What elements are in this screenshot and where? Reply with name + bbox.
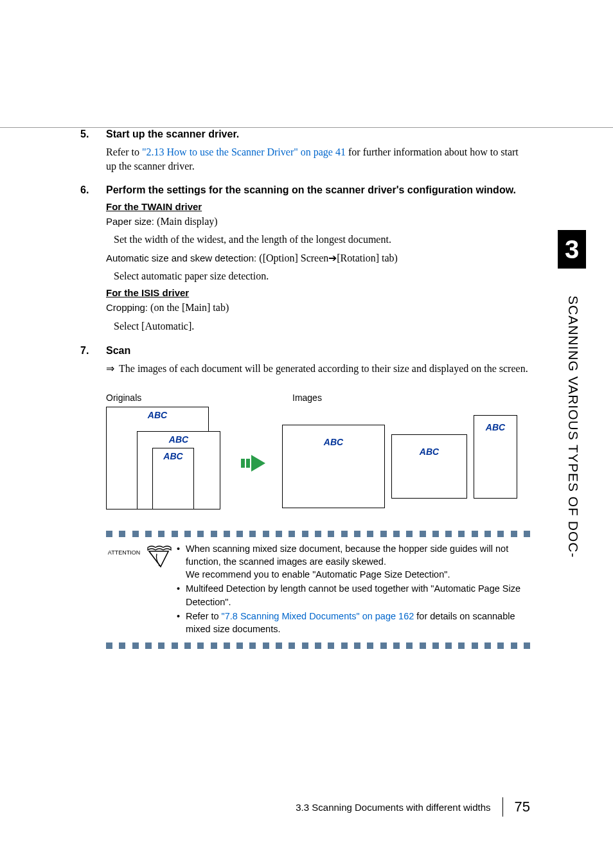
side-chapter-title: SCANNING VARIOUS TYPES OF DOC- — [565, 296, 581, 558]
abc-label: ABC — [138, 434, 220, 445]
param-desc: Set the width of the widest, and the len… — [114, 233, 530, 247]
step-title: Start up the scanner driver. — [106, 128, 530, 140]
abc-label: ABC — [283, 437, 384, 447]
step-title: Perform the settings for the scanning on… — [106, 184, 530, 196]
result-text: ⇒ The images of each document will be ge… — [106, 362, 530, 376]
step-5: 5. Start up the scanner driver. Refer to… — [80, 128, 530, 178]
abc-label: ABC — [392, 447, 466, 457]
xref-link[interactable]: "2.13 How to use the Scanner Driver" on … — [142, 146, 346, 157]
step-text: Refer to "2.13 How to use the Scanner Dr… — [106, 145, 530, 174]
attention-item: • When scanning mixed size document, bec… — [177, 542, 530, 581]
footer: 3.3 Scanning Documents with different wi… — [80, 797, 530, 817]
step-number: 6. — [80, 184, 106, 337]
divider-top — [106, 531, 530, 537]
param-line: Cropping: (on the [Main] tab) — [106, 301, 530, 315]
abc-label: ABC — [474, 422, 517, 432]
step-number: 7. — [80, 345, 106, 376]
svg-point-3 — [159, 564, 160, 565]
page-content: 5. Start up the scanner driver. Refer to… — [80, 128, 530, 654]
abc-label: ABC — [153, 451, 193, 461]
svg-rect-0 — [241, 459, 245, 468]
param-desc: Select [Automatic]. — [114, 319, 530, 333]
page-number: 75 — [515, 799, 530, 815]
originals-label: Originals — [106, 393, 141, 403]
images-label: Images — [292, 393, 322, 403]
attention-item: • Refer to "7.8 Scanning Mixed Documents… — [177, 610, 530, 636]
param-desc: Select automatic paper size detection. — [114, 269, 530, 283]
chapter-tab: 3 — [558, 230, 586, 269]
arrow-icon — [241, 454, 267, 473]
param-line: Paper size: (Main display) — [106, 215, 530, 229]
divider-bottom — [106, 642, 530, 649]
xref-link[interactable]: "7.8 Scanning Mixed Documents" on page 1… — [222, 611, 414, 621]
driver-heading-twain: For the TWAIN driver — [106, 201, 530, 212]
driver-heading-isis: For the ISIS driver — [106, 287, 530, 298]
svg-marker-2 — [251, 455, 265, 472]
diagram: Originals Images ABC ABC ABC ABC ABC ABC — [106, 393, 530, 521]
step-number: 5. — [80, 128, 106, 178]
param-line: Automatic size and skew detection: ([Opt… — [106, 251, 530, 265]
attention-item: • Multifeed Detection by length cannot b… — [177, 582, 530, 608]
svg-rect-1 — [246, 459, 250, 468]
abc-label: ABC — [107, 410, 208, 420]
attention-icon: ATTENTION — [106, 542, 177, 637]
footer-section: 3.3 Scanning Documents with different wi… — [296, 802, 490, 813]
step-title: Scan — [106, 345, 530, 357]
step-7: 7. Scan ⇒ The images of each document wi… — [80, 345, 530, 376]
step-6: 6. Perform the settings for the scanning… — [80, 184, 530, 337]
attention-block: ATTENTION • When scanning mixed size doc… — [106, 531, 530, 649]
